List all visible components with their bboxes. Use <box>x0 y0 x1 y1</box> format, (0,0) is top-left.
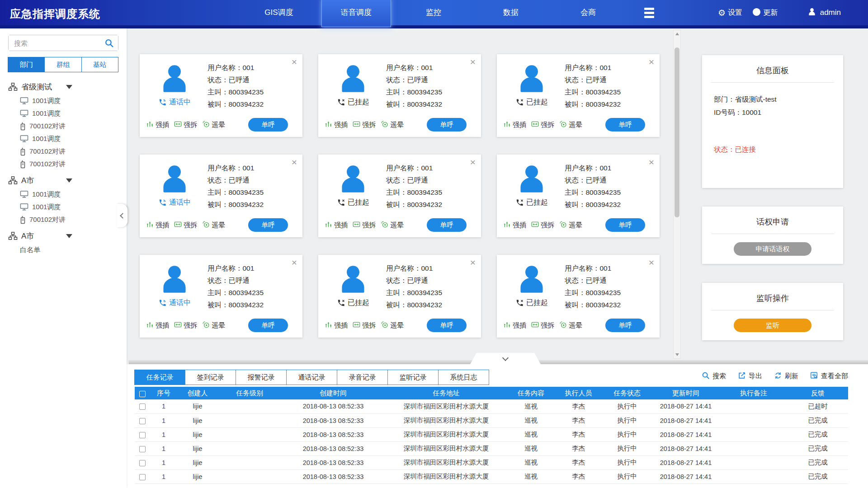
row-checkbox[interactable] <box>139 404 146 410</box>
row-checkbox[interactable] <box>139 432 146 438</box>
remote-stun-button[interactable]: 遥晕 <box>202 321 225 330</box>
record-tab[interactable]: 监听记录 <box>387 370 439 385</box>
remote-stun-button[interactable]: 遥晕 <box>559 120 582 129</box>
table-row[interactable]: 1 lijie 2018-08-13 08:52:33 深圳市福田区彩田村水源大… <box>135 441 848 455</box>
close-icon[interactable]: × <box>292 57 297 66</box>
force-insert-button[interactable]: 强插 <box>146 120 169 129</box>
table-row[interactable]: 1 lijie 2018-08-13 08:52:33 深圳市福田区彩田村水源大… <box>135 413 848 427</box>
force-insert-button[interactable]: 强插 <box>325 321 348 330</box>
listen-button[interactable]: 监听 <box>734 319 811 332</box>
bottom-collapse-tab[interactable] <box>470 353 541 364</box>
single-call-button[interactable]: 单呼 <box>248 118 288 131</box>
nav-item[interactable]: 语音调度 <box>321 0 391 27</box>
settings-button[interactable]: ⚙ 设置 <box>718 8 742 18</box>
force-release-button[interactable]: 强拆 <box>531 120 554 129</box>
nav-item[interactable]: 监控 <box>399 0 468 25</box>
nav-item[interactable]: GIS调度 <box>244 0 314 25</box>
record-tab[interactable]: 签到记录 <box>185 370 236 385</box>
record-tab[interactable]: 任务记录 <box>134 370 185 385</box>
remote-stun-button[interactable]: 遥晕 <box>202 221 225 230</box>
force-insert-button[interactable]: 强插 <box>503 120 526 129</box>
single-call-button[interactable]: 单呼 <box>605 118 645 131</box>
remote-stun-button[interactable]: 遥晕 <box>381 221 404 230</box>
cell-feedback[interactable]: 已超时 <box>788 399 848 413</box>
cell-feedback[interactable]: 已完成 <box>788 413 848 427</box>
force-release-button[interactable]: 强拆 <box>531 221 554 230</box>
tree-item[interactable]: 700102对讲 <box>8 158 118 170</box>
tree-item[interactable]: 700102对讲 <box>8 145 118 158</box>
search-input[interactable] <box>9 35 118 51</box>
force-release-button[interactable]: 强拆 <box>353 321 376 330</box>
close-icon[interactable]: × <box>649 157 654 167</box>
select-all-checkbox[interactable] <box>139 391 146 397</box>
force-insert-button[interactable]: 强插 <box>146 221 169 230</box>
tree-item[interactable]: 1001调度 <box>8 107 118 120</box>
tree-item[interactable]: 1001调度 <box>8 132 118 145</box>
table-row[interactable]: 1 lijie 2018-08-13 08:52:33 深圳市福田区彩田村水源大… <box>135 427 848 441</box>
nav-item[interactable]: 会商 <box>553 0 623 25</box>
tree-item[interactable]: 700102对讲 <box>8 120 118 132</box>
force-release-button[interactable]: 强拆 <box>353 120 376 129</box>
hamburger-menu-icon[interactable] <box>644 0 662 25</box>
search-table-button[interactable]: 搜索 <box>702 371 726 381</box>
single-call-button[interactable]: 单呼 <box>427 319 467 332</box>
request-talk-right-button[interactable]: 申请话语权 <box>734 242 811 256</box>
sidebar-collapse-handle[interactable] <box>117 204 127 227</box>
tree-item[interactable]: 1001调度 <box>8 94 118 107</box>
record-tab[interactable]: 通话记录 <box>286 370 337 385</box>
row-checkbox[interactable] <box>139 460 146 466</box>
single-call-button[interactable]: 单呼 <box>248 319 288 332</box>
remote-stun-button[interactable]: 遥晕 <box>559 221 582 230</box>
remote-stun-button[interactable]: 遥晕 <box>381 321 404 330</box>
tree-item[interactable]: 700102对讲 <box>8 213 118 226</box>
remote-stun-button[interactable]: 遥晕 <box>381 120 404 129</box>
close-icon[interactable]: × <box>649 57 654 66</box>
close-icon[interactable]: × <box>649 258 654 267</box>
force-insert-button[interactable]: 强插 <box>325 221 348 230</box>
close-icon[interactable]: × <box>470 258 476 267</box>
force-release-button[interactable]: 强拆 <box>353 221 376 230</box>
tree-item[interactable]: A市 <box>8 230 118 242</box>
main-scrollbar[interactable] <box>673 30 681 359</box>
export-button[interactable]: 导出 <box>738 371 762 381</box>
row-checkbox[interactable] <box>139 474 146 480</box>
remote-stun-button[interactable]: 遥晕 <box>559 321 582 330</box>
scrollbar-thumb[interactable] <box>675 47 679 217</box>
chevron-down-icon[interactable] <box>66 234 72 238</box>
single-call-button[interactable]: 单呼 <box>248 218 288 232</box>
tree-item[interactable]: 省级测试 <box>8 80 118 93</box>
force-insert-button[interactable]: 强插 <box>503 221 526 230</box>
force-release-button[interactable]: 强拆 <box>531 321 554 330</box>
search-icon[interactable] <box>104 38 114 50</box>
record-tab[interactable]: 报警记录 <box>236 370 287 385</box>
tree-item[interactable]: 1001调度 <box>8 188 118 201</box>
single-call-button[interactable]: 单呼 <box>427 218 467 232</box>
force-release-button[interactable]: 强拆 <box>174 221 197 230</box>
view-all-button[interactable]: 查看全部 <box>810 371 848 381</box>
update-button[interactable]: 更新 <box>752 8 778 18</box>
table-row[interactable]: 1 lijie 2018-08-13 08:52:33 深圳市福田区彩田村水源大… <box>135 469 848 483</box>
row-checkbox[interactable] <box>139 418 146 424</box>
single-call-button[interactable]: 单呼 <box>427 118 467 131</box>
cell-feedback[interactable]: 已完成 <box>788 455 848 469</box>
scroll-up-arrow-icon[interactable] <box>674 30 680 38</box>
chevron-down-icon[interactable] <box>66 178 72 183</box>
close-icon[interactable]: × <box>292 157 297 167</box>
sidebar-tab[interactable]: 部门 <box>8 57 45 72</box>
tree-item[interactable]: 白名单 <box>8 244 118 256</box>
single-call-button[interactable]: 单呼 <box>605 319 645 332</box>
record-tab[interactable]: 录音记录 <box>337 370 388 385</box>
force-insert-button[interactable]: 强插 <box>146 321 169 330</box>
sidebar-tab[interactable]: 群组 <box>44 57 81 72</box>
nav-item[interactable]: 数据 <box>476 0 546 25</box>
scroll-down-arrow-icon[interactable] <box>674 351 680 358</box>
force-release-button[interactable]: 强拆 <box>174 120 197 129</box>
user-menu[interactable]: admin <box>807 0 841 25</box>
table-row[interactable]: 1 lijie 2018-08-13 08:52:33 深圳市福田区彩田村水源大… <box>135 455 848 469</box>
table-row[interactable]: 1 lijie 2018-08-13 08:52:33 深圳市福田区彩田村水源大… <box>135 399 848 413</box>
tree-item[interactable]: A市 <box>8 174 118 187</box>
remote-stun-button[interactable]: 遥晕 <box>202 120 225 129</box>
close-icon[interactable]: × <box>470 157 476 167</box>
force-insert-button[interactable]: 强插 <box>325 120 348 129</box>
cell-feedback[interactable]: 已完成 <box>788 427 848 441</box>
